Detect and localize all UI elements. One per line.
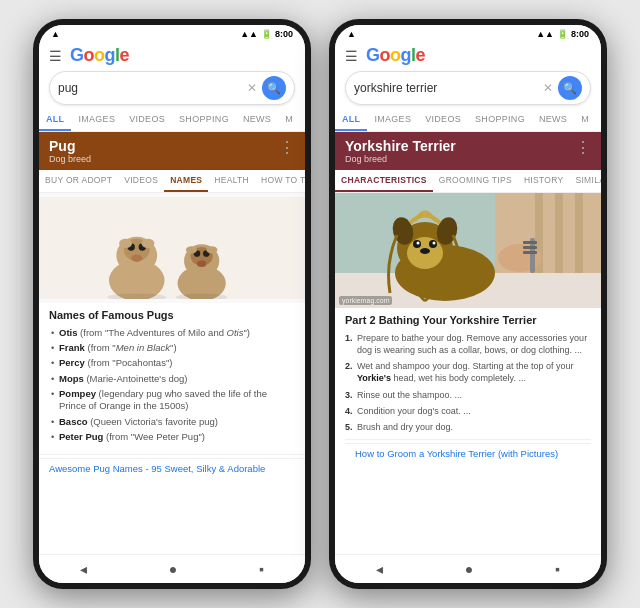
step-num: 4. xyxy=(345,405,353,417)
name-bold: Basco xyxy=(59,416,88,427)
tab-images-2[interactable]: IMAGES xyxy=(367,109,418,131)
pug-image-svg xyxy=(39,197,305,299)
search-bar-2[interactable]: yorkshire terrier ✕ 🔍 xyxy=(345,71,591,105)
tab-more-1[interactable]: M xyxy=(278,109,300,131)
pug-image-area xyxy=(39,193,305,303)
battery-icon: 🔋 xyxy=(261,29,272,39)
kp-tab-train-1[interactable]: HOW TO TRAIN xyxy=(255,170,305,192)
kp-tab-history-2[interactable]: HISTORY xyxy=(518,170,570,192)
kp-tab-videos-1[interactable]: VIDEOS xyxy=(118,170,164,192)
svg-point-7 xyxy=(141,239,154,248)
list-item: 1. Prepare to bathe your dog. Remove any… xyxy=(345,330,591,358)
svg-point-14 xyxy=(186,246,197,253)
menu-row-2: ☰ Google xyxy=(345,45,591,66)
back-button-2[interactable]: ◂ xyxy=(376,561,383,577)
bottom-nav-1: ◂ ● ▪ xyxy=(39,554,305,583)
tab-all-2[interactable]: ALL xyxy=(335,109,367,131)
logo-e: e xyxy=(120,45,130,65)
tab-all-1[interactable]: ALL xyxy=(39,109,71,131)
knowledge-panel-1: Pug Dog breed ⋮ BUY OR ADOPT VIDEOS NAME… xyxy=(39,132,305,193)
step-num: 3. xyxy=(345,389,353,401)
list-item: Peter Pug (from "Wee Peter Pug") xyxy=(49,429,295,444)
logo-o2-2: o xyxy=(390,45,401,65)
name-bold: Pompey xyxy=(59,388,96,399)
tab-shopping-1[interactable]: SHOPPING xyxy=(172,109,236,131)
search-clear-2[interactable]: ✕ xyxy=(543,81,553,95)
svg-point-32 xyxy=(417,242,420,245)
tab-videos-1[interactable]: VIDEOS xyxy=(122,109,172,131)
home-button-2[interactable]: ● xyxy=(465,561,473,577)
tab-images-1[interactable]: IMAGES xyxy=(71,109,122,131)
knowledge-panel-2: Yorkshire Terrier Dog breed ⋮ CHARACTERI… xyxy=(335,132,601,193)
status-bar-1: ▲ ▲▲ 🔋 8:00 xyxy=(39,25,305,41)
more-link-1[interactable]: Awesome Pug Names - 95 Sweet, Silky & Ad… xyxy=(39,458,305,478)
kp-more-options-1[interactable]: ⋮ xyxy=(279,138,295,157)
logo-G-2: G xyxy=(366,45,380,65)
search-bar-1[interactable]: pug ✕ 🔍 xyxy=(49,71,295,105)
kp-tab-health-1[interactable]: HEALTH xyxy=(208,170,255,192)
kp-tab-characteristics-2[interactable]: CHARACTERISTICS xyxy=(335,170,433,192)
search-icon-1: 🔍 xyxy=(267,82,281,95)
kp-tab-similar-2[interactable]: SIMILAR BRE xyxy=(569,170,601,192)
back-button-1[interactable]: ◂ xyxy=(80,561,87,577)
hamburger-menu-1[interactable]: ☰ xyxy=(49,49,62,63)
more-link-2[interactable]: How to Groom a Yorkshire Terrier (with P… xyxy=(345,443,591,463)
svg-point-16 xyxy=(197,261,206,267)
logo-g-2: g xyxy=(401,45,412,65)
list-item: Frank (from "Men in Black") xyxy=(49,340,295,355)
status-icons-1: ▲▲ 🔋 8:00 xyxy=(240,29,293,39)
content-area-1: Names of Famous Pugs Otis (from "The Adv… xyxy=(39,303,305,554)
step-num: 5. xyxy=(345,421,353,433)
kp-tabs-1: BUY OR ADOPT VIDEOS NAMES HEALTH HOW TO … xyxy=(39,170,305,193)
kp-header-2: Yorkshire Terrier Dog breed ⋮ xyxy=(335,132,601,170)
recent-button-1[interactable]: ▪ xyxy=(259,561,264,577)
kp-title-2: Yorkshire Terrier xyxy=(345,138,456,154)
status-bar-2: ▲ ▲▲ 🔋 8:00 xyxy=(335,25,601,41)
signal-icon: ▲▲ xyxy=(240,29,258,39)
name-italic: Otis xyxy=(227,327,244,338)
tab-news-1[interactable]: NEWS xyxy=(236,109,278,131)
list-item: Pompey (legendary pug who saved the life… xyxy=(49,386,295,414)
kp-subtitle-1: Dog breed xyxy=(49,154,91,164)
step-num: 1. xyxy=(345,332,353,344)
search-button-1[interactable]: 🔍 xyxy=(262,76,286,100)
kp-more-options-2[interactable]: ⋮ xyxy=(575,138,591,157)
svg-point-8 xyxy=(131,254,142,261)
search-button-2[interactable]: 🔍 xyxy=(558,76,582,100)
step-num: 2. xyxy=(345,360,353,372)
tab-shopping-2[interactable]: SHOPPING xyxy=(468,109,532,131)
home-button-1[interactable]: ● xyxy=(169,561,177,577)
menu-row-1: ☰ Google xyxy=(49,45,295,66)
kp-tab-names-1[interactable]: NAMES xyxy=(164,170,208,192)
battery-icon-2: 🔋 xyxy=(557,29,568,39)
yorkie-image-svg xyxy=(335,193,601,308)
yorkie-bold: Yorkie's xyxy=(357,373,391,383)
phone-1-screen: ▲ ▲▲ 🔋 8:00 ☰ Google pug ✕ 🔍 xyxy=(39,25,305,583)
logo-o1-2: o xyxy=(380,45,391,65)
status-wifi-icon: ▲ xyxy=(51,29,60,39)
tab-videos-2[interactable]: VIDEOS xyxy=(418,109,468,131)
kp-tabs-2: CHARACTERISTICS GROOMING TIPS HISTORY SI… xyxy=(335,170,601,193)
kp-header-1: Pug Dog breed ⋮ xyxy=(39,132,305,170)
list-item: Mops (Marie-Antoinette's dog) xyxy=(49,371,295,386)
recent-button-2[interactable]: ▪ xyxy=(555,561,560,577)
svg-point-34 xyxy=(420,248,430,254)
svg-point-15 xyxy=(206,246,217,253)
kp-tab-grooming-2[interactable]: GROOMING TIPS xyxy=(433,170,518,192)
svg-rect-37 xyxy=(523,241,537,244)
google-header-2: ☰ Google yorkshire terrier ✕ 🔍 xyxy=(335,41,601,109)
logo-o2: o xyxy=(94,45,105,65)
svg-point-6 xyxy=(119,239,132,248)
logo-e-2: e xyxy=(416,45,426,65)
search-query-2: yorkshire terrier xyxy=(354,81,538,95)
tab-more-2[interactable]: M xyxy=(574,109,596,131)
search-clear-1[interactable]: ✕ xyxy=(247,81,257,95)
list-item: 5. Brush and dry your dog. xyxy=(345,419,591,435)
time-display-2: 8:00 xyxy=(571,29,589,39)
kp-tab-buy-1[interactable]: BUY OR ADOPT xyxy=(39,170,118,192)
tab-news-2[interactable]: NEWS xyxy=(532,109,574,131)
svg-rect-38 xyxy=(523,246,537,249)
hamburger-menu-2[interactable]: ☰ xyxy=(345,49,358,63)
name-bold: Frank xyxy=(59,342,85,353)
names-title: Names of Famous Pugs xyxy=(49,309,295,321)
